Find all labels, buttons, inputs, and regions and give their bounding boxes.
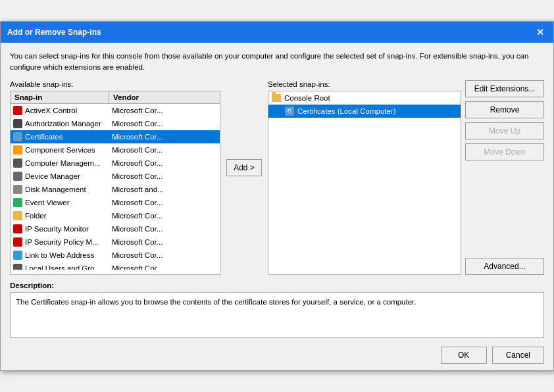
list-item-vendor: Microsoft Cor...	[109, 264, 220, 270]
list-item[interactable]: Link to Web AddressMicrosoft Cor...	[11, 249, 220, 262]
footer-buttons: OK Cancel	[10, 347, 544, 364]
ip-icon	[13, 237, 22, 247]
col-snapin-header: Snap-in	[11, 91, 109, 103]
selected-label: Selected snap-ins:	[268, 80, 461, 88]
available-listbox[interactable]: Snap-in Vendor ActiveX ControlMicrosoft …	[10, 91, 220, 275]
list-item[interactable]: Authorization ManagerMicrosoft Cor...	[11, 117, 220, 130]
list-item-name: Authorization Manager	[11, 118, 109, 129]
listbox-items: ActiveX ControlMicrosoft Cor...Authoriza…	[11, 104, 220, 270]
auth-icon	[13, 119, 22, 128]
selected-list-container: Selected snap-ins: Console Root C	[268, 80, 461, 275]
list-item-vendor: Microsoft Cor...	[109, 172, 220, 181]
intro-text: You can select snap-ins for this console…	[10, 51, 544, 72]
list-item[interactable]: Computer Managem...Microsoft Cor...	[11, 157, 220, 170]
list-item-name: IP Security Policy M...	[11, 237, 109, 247]
right-panel: Selected snap-ins: Console Root C	[268, 80, 544, 275]
list-item-name: Device Manager	[11, 171, 109, 182]
left-panel: Available snap-ins: Snap-in Vendor Activ…	[10, 80, 220, 275]
activex-icon	[13, 106, 22, 115]
list-item[interactable]: FolderMicrosoft Cor...	[11, 209, 220, 222]
advanced-button[interactable]: Advanced...	[465, 258, 544, 275]
computer-icon	[13, 159, 22, 168]
add-button[interactable]: Add >	[226, 159, 262, 176]
main-area: Available snap-ins: Snap-in Vendor Activ…	[10, 80, 544, 275]
col-vendor-header: Vendor	[109, 91, 220, 103]
folder2-icon	[13, 211, 22, 220]
ip-icon	[13, 224, 22, 233]
list-item-vendor: Microsoft Cor...	[109, 224, 220, 233]
tree-root-label: Console Root	[284, 94, 330, 102]
ok-button[interactable]: OK	[441, 347, 487, 364]
list-item-name: Folder	[11, 210, 109, 221]
dialog-title: Add or Remove Snap-ins	[7, 28, 101, 37]
link-icon	[13, 251, 22, 260]
list-item-name: Link to Web Address	[11, 250, 109, 260]
list-item[interactable]: Local Users and Gro...Microsoft Cor...	[11, 262, 220, 270]
tree-child-item[interactable]: C Certificates (Local Computer)	[268, 105, 461, 118]
list-item[interactable]: ActiveX ControlMicrosoft Cor...	[11, 104, 220, 117]
list-item[interactable]: Component ServicesMicrosoft Cor...	[11, 143, 220, 157]
tree-root-item[interactable]: Console Root	[268, 91, 461, 105]
list-item[interactable]: IP Security Policy M...Microsoft Cor...	[11, 235, 220, 249]
list-item-name: IP Security Monitor	[11, 224, 109, 234]
dialog-window: Add or Remove Snap-ins ✕ You can select …	[0, 21, 554, 370]
remove-button[interactable]: Remove	[465, 101, 544, 118]
description-text	[10, 292, 544, 338]
device-icon	[13, 172, 22, 181]
list-item-name: Computer Managem...	[11, 158, 109, 168]
description-label: Description:	[10, 282, 544, 289]
list-item[interactable]: Event ViewerMicrosoft Cor...	[11, 196, 220, 209]
cancel-button[interactable]: Cancel	[492, 347, 544, 364]
available-label: Available snap-ins:	[10, 80, 220, 88]
list-item-vendor: Microsoft Cor...	[109, 237, 220, 247]
list-item-vendor: Microsoft and...	[109, 185, 220, 194]
edit-extensions-button[interactable]: Edit Extensions...	[465, 80, 544, 97]
list-item-name: Event Viewer	[11, 197, 109, 208]
event-icon	[13, 198, 22, 207]
move-down-button[interactable]: Move Down	[465, 143, 544, 160]
list-item-vendor: Microsoft Cor...	[109, 198, 220, 207]
middle-panel: Add >	[224, 80, 264, 176]
cert-tree-icon: C	[284, 106, 295, 116]
action-buttons: Edit Extensions... Remove Move Up Move D…	[465, 80, 544, 275]
list-item[interactable]: CertificatesMicrosoft Cor...	[11, 130, 220, 143]
disk-icon	[13, 185, 22, 194]
list-item-name: Local Users and Gro...	[11, 263, 109, 270]
folder-icon	[271, 93, 282, 103]
list-item[interactable]: IP Security MonitorMicrosoft Cor...	[11, 222, 220, 235]
list-item-vendor: Microsoft Cor...	[109, 159, 220, 168]
cert-icon	[13, 132, 22, 141]
list-item[interactable]: Device ManagerMicrosoft Cor...	[11, 170, 220, 183]
close-button[interactable]: ✕	[534, 26, 547, 39]
list-item-vendor: Microsoft Cor...	[109, 119, 220, 128]
list-item-vendor: Microsoft Cor...	[109, 211, 220, 220]
list-item-vendor: Microsoft Cor...	[109, 251, 220, 260]
list-item-vendor: Microsoft Cor...	[109, 106, 220, 115]
bottom-section: Description:	[10, 282, 544, 340]
list-item-name: ActiveX Control	[11, 105, 109, 116]
tree-child-label: Certificates (Local Computer)	[297, 107, 396, 115]
list-item-name: Component Services	[11, 145, 109, 155]
list-item-name: Disk Management	[11, 184, 109, 195]
list-item[interactable]: Disk ManagementMicrosoft and...	[11, 183, 220, 196]
list-item-vendor: Microsoft Cor...	[109, 145, 220, 155]
move-up-button[interactable]: Move Up	[465, 122, 544, 139]
dialog-body: You can select snap-ins for this console…	[1, 43, 553, 370]
listbox-header: Snap-in Vendor	[11, 91, 220, 104]
list-item-vendor: Microsoft Cor...	[109, 132, 220, 141]
component-icon	[13, 145, 22, 155]
users-icon	[13, 264, 22, 270]
selected-listbox[interactable]: Console Root C Certificates (Local Compu…	[268, 91, 461, 275]
title-bar: Add or Remove Snap-ins ✕	[1, 22, 553, 43]
list-item-name: Certificates	[11, 132, 109, 142]
